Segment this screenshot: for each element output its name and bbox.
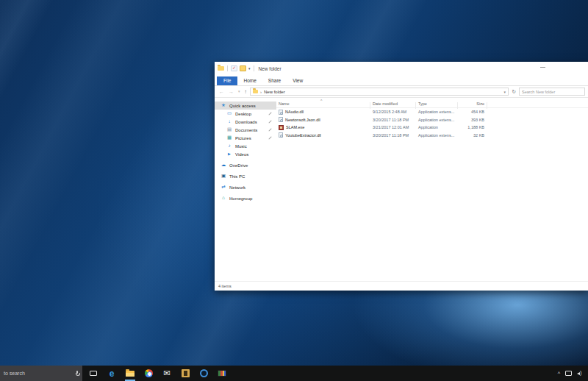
pictures-icon: ▦ [226,135,232,140]
sidebar-item-videos[interactable]: ▶ Videos [215,150,276,158]
microphone-icon[interactable] [76,371,79,376]
dll-file-icon [279,132,283,138]
file-row-newtonsoft-json-dll[interactable]: Newtonsoft.Json.dll 3/20/2017 11:18 PM A… [276,116,588,124]
sidebar-item-music[interactable]: ♪ Music [215,142,276,150]
items-count: 4 items [218,284,232,288]
exe-file-icon [279,125,284,130]
task-view-button[interactable] [88,366,98,381]
file-row-slam-exe[interactable]: SLAM.exe 3/21/2017 12:01 AM Application … [276,124,588,132]
column-header-name[interactable]: Name ^ [276,102,370,106]
edge-icon: e [110,369,115,378]
sort-ascending-icon: ^ [320,99,322,103]
display-network-icon[interactable] [565,371,572,376]
up-button[interactable]: ↑ [243,89,249,94]
desktop-icon: ▭ [226,111,232,116]
sidebar-item-label: Network [229,185,245,190]
sidebar-item-label: Videos [235,152,248,157]
taskbar: to search e ✉ ^ [0,366,588,381]
task-view-icon [90,371,97,376]
file-name: YoutubeExtractor.dll [285,133,321,138]
tab-share[interactable]: Share [262,76,287,85]
sidebar-item-pictures[interactable]: ▦ Pictures [215,134,276,142]
column-header-type[interactable]: Type [416,102,458,106]
column-header-row: Name ^ Date modified Type Size [276,99,588,108]
onedrive-cloud-icon: ☁ [220,163,226,168]
sidebar-item-desktop[interactable]: ▭ Desktop [215,110,276,118]
yellow-game-icon [182,369,190,377]
blue-circle-app-button[interactable] [198,366,209,381]
tab-home[interactable]: Home [237,76,262,85]
chrome-icon [145,369,153,377]
breadcrumb-current-folder[interactable]: New folder [264,90,285,94]
back-button[interactable]: ← [218,89,226,94]
folder-icon [253,90,258,93]
sidebar-item-network[interactable]: ⇄ Network [215,183,276,191]
file-name: Newtonsoft.Json.dll [285,118,320,122]
downloads-icon: ↓ [226,119,232,124]
chrome-button[interactable] [143,366,154,381]
file-size: 32 KB [458,133,487,138]
sidebar-item-onedrive[interactable]: ☁ OneDrive [215,161,276,169]
file-date: 3/20/2017 11:18 PM [370,133,416,138]
title-bar[interactable]: ▾ New folder [215,62,588,75]
tab-view[interactable]: View [287,76,309,85]
sidebar-item-label: OneDrive [229,163,248,168]
file-date: 9/12/2015 2:48 AM [370,110,416,114]
sidebar-item-label: Downloads [235,120,257,124]
file-size: 1,188 KB [458,125,487,129]
file-explorer-button[interactable] [125,366,135,381]
explorer-window-icon [218,66,224,71]
edge-button[interactable]: e [107,366,117,381]
sidebar-item-label: Quick access [229,104,256,108]
column-header-date-modified[interactable]: Date modified [370,102,416,106]
taskbar-search-box[interactable]: to search [0,366,82,381]
file-type: Application extens... [416,118,458,122]
videos-icon: ▶ [226,152,232,156]
sidebar-item-this-pc[interactable]: ▣ This PC [215,172,276,180]
wallpaper-light-beam [0,0,105,381]
customize-qat-chevron-icon[interactable]: ▾ [248,66,251,71]
file-size: 454 KB [458,110,487,114]
pin-icon [268,136,271,139]
column-label: Name [279,102,290,106]
forward-button[interactable]: → [227,89,235,94]
column-label: Size [476,102,484,106]
refresh-icon[interactable]: ↻ [510,89,517,95]
file-type: Application [416,125,458,129]
sidebar-item-documents[interactable]: ▤ Documents [215,126,276,134]
taskbar-app-icons: e ✉ [88,366,227,381]
media-app-button[interactable] [217,366,227,381]
recent-locations-chevron-icon[interactable]: ▾ [237,90,242,93]
properties-button[interactable] [231,65,237,71]
file-type: Application extens... [416,110,458,114]
ribbon-tab-bar: File Home Share View [215,75,588,86]
search-input[interactable]: Search New folder [519,88,585,96]
hidden-icons-chevron-icon[interactable]: ^ [558,371,560,376]
this-pc-icon: ▣ [220,174,226,179]
file-explorer-icon [126,371,135,377]
mail-button[interactable]: ✉ [162,366,172,381]
file-row-naudio-dll[interactable]: NAudio.dll 9/12/2015 2:48 AM Application… [276,108,588,116]
sidebar-item-label: Desktop [235,112,251,116]
address-bar[interactable]: › New folder ▾ [250,88,509,96]
volume-icon[interactable] [577,371,584,377]
address-dropdown-chevron-icon[interactable]: ▾ [504,90,506,94]
sidebar-item-label: Pictures [235,136,251,140]
game-app-button[interactable] [180,366,190,381]
music-icon: ♪ [226,143,232,149]
sidebar-item-label: Documents [235,128,257,132]
sidebar-item-downloads[interactable]: ↓ Downloads [215,118,276,126]
pin-icon [268,112,271,115]
divider [227,65,228,71]
network-icon: ⇄ [220,185,226,190]
file-row-youtubeextractor-dll[interactable]: YoutubeExtractor.dll 3/20/2017 11:18 PM … [276,132,588,140]
file-name: SLAM.exe [286,125,304,129]
new-folder-button[interactable] [240,65,246,71]
minimize-button[interactable] [540,67,545,68]
divider [254,65,254,71]
tab-file[interactable]: File [217,76,237,85]
sidebar-item-homegroup[interactable]: ⌂ Homegroup [215,194,276,202]
column-header-size[interactable]: Size [458,102,487,106]
sidebar-item-quick-access[interactable]: ★ Quick access [215,102,276,110]
status-bar: 4 items [215,281,588,291]
